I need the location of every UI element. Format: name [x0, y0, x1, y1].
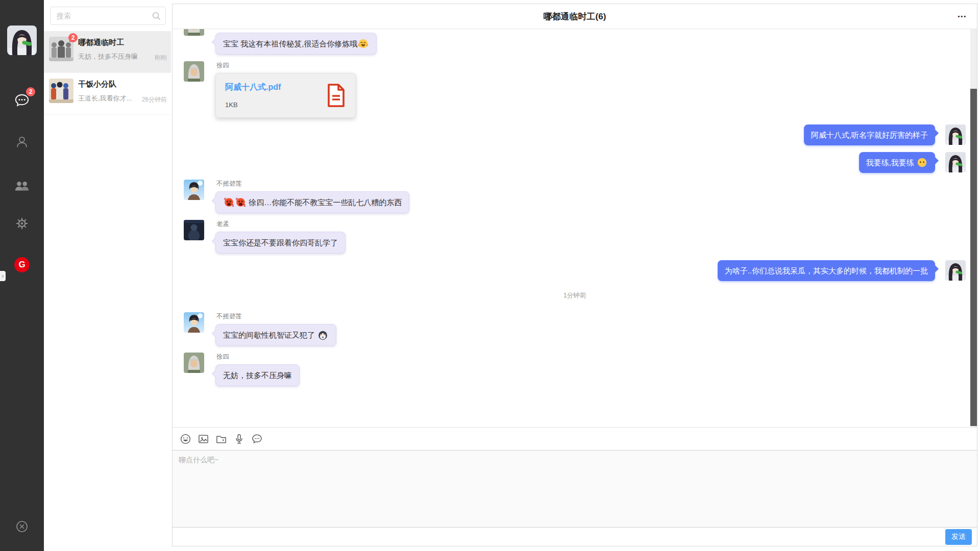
conversation-preview: 王道长,我看你才...: [78, 94, 139, 103]
more-menu-button[interactable]: •••: [955, 11, 969, 21]
message-row: 宝宝 我这有本祖传秘笈,很适合你修炼哦: [184, 29, 966, 55]
chat-history-icon[interactable]: [251, 433, 263, 445]
message-list: 宝宝 我这有本祖传秘笈,很适合你修炼哦 徐四 阿威十八式.pdf 1KB: [173, 29, 977, 427]
chats-nav-button[interactable]: 2: [14, 92, 30, 108]
conversation-preview: 无妨，技多不压身嘛: [78, 52, 139, 61]
hugging-face-emoji: [358, 38, 369, 49]
scrollbar-track[interactable]: [970, 29, 977, 427]
settings-nav-button[interactable]: [14, 215, 30, 232]
folder-icon[interactable]: [215, 433, 227, 445]
sender-name: 徐四: [216, 61, 356, 70]
file-name[interactable]: 阿威十八式.pdf: [225, 82, 318, 93]
file-attachment[interactable]: 阿威十八式.pdf 1KB: [215, 73, 356, 118]
message-row: 我要练,我要练: [184, 152, 966, 173]
message-bubble: 宝宝 我这有本祖传秘笈,很适合你修炼哦: [215, 33, 377, 55]
conversation-title: 干饭小分队: [78, 80, 139, 89]
message-bubble: 我要练,我要练: [859, 152, 935, 173]
pdf-file-icon: [326, 83, 346, 108]
avatar-buyaobilian[interactable]: [184, 312, 204, 333]
unread-badge: 2: [68, 33, 78, 42]
message-bubble: 阿威十八式,听名字就好厉害的样子: [804, 124, 935, 145]
app-window: 2: [0, 0, 980, 551]
nav-sidebar: 2: [0, 0, 44, 551]
search-row: [44, 0, 171, 31]
logout-button[interactable]: [16, 520, 28, 535]
enraged-face-emoji: [224, 197, 234, 208]
message-row: 阿威十八式,听名字就好厉害的样子: [184, 124, 966, 145]
message-bubble: 徐四…你能不能不教宝宝一些乱七八糟的东西: [215, 191, 409, 213]
close-circle-icon: [16, 525, 28, 534]
message-row: 不摇碧莲 徐四…你能不能不教宝宝一些乱七八糟的东西: [184, 180, 966, 213]
message-input[interactable]: 聊点什么吧~: [173, 450, 977, 528]
message-bubble: 宝宝你还是不要跟着你四哥乱学了: [215, 232, 346, 254]
group-icon: [14, 178, 30, 193]
emoji-picker-button[interactable]: [179, 433, 191, 445]
search-icon[interactable]: [150, 11, 165, 20]
group-avatar: 2: [49, 37, 74, 61]
time-divider: 1分钟前: [184, 291, 966, 300]
message-row: 徐四 阿威十八式.pdf 1KB: [184, 61, 966, 118]
search-input[interactable]: [51, 12, 150, 20]
input-toolbar: [173, 428, 977, 450]
contacts-nav-button[interactable]: [14, 134, 30, 150]
unread-total-badge: 2: [26, 87, 35, 96]
sender-name: 老孟: [216, 220, 346, 229]
search-box: [50, 7, 166, 25]
melting-face-emoji: [917, 157, 927, 168]
conversation-item-ganfan[interactable]: 干饭小分队 王道长,我看你才... 26分钟前: [44, 73, 171, 115]
file-size: 1KB: [225, 101, 318, 109]
conversation-time: 刚刚: [155, 54, 167, 62]
user-avatar[interactable]: [7, 26, 37, 55]
avatar-self[interactable]: [945, 260, 966, 281]
chat-panel: 哪都通临时工(6) ••• 宝宝 我这有本祖传秘笈,很适合你修炼哦 徐四: [172, 4, 977, 546]
send-row: 发送: [173, 528, 977, 546]
sender-name: 不摇碧莲: [216, 180, 409, 188]
avatar-xusi[interactable]: [184, 353, 204, 373]
chat-wrapper: 哪都通临时工(6) ••• 宝宝 我这有本祖传秘笈,很适合你修炼哦 徐四: [171, 0, 980, 551]
conversation-time: 26分钟前: [142, 95, 167, 104]
avatar-xusi[interactable]: [184, 61, 204, 82]
app-logo[interactable]: G: [14, 257, 30, 272]
enraged-face-emoji: [235, 197, 246, 208]
gear-icon: [15, 216, 29, 231]
avatar-xusi[interactable]: [184, 29, 204, 36]
avatar-buyaobilian[interactable]: [184, 180, 204, 200]
message-row: 为啥子..你们总说我呆瓜，其实大多的时候，我都机制的一批: [184, 260, 966, 281]
message-input-area: 聊点什么吧~ 发送: [173, 427, 977, 546]
conversation-item-nadutong[interactable]: 2 哪都通临时工 无妨，技多不压身嘛 刚刚: [44, 31, 171, 73]
sender-name: 徐四: [216, 353, 300, 361]
input-placeholder: 聊点什么吧~: [179, 456, 218, 464]
conversation-list-panel: 2 哪都通临时工 无妨，技多不压身嘛 刚刚 干饭小分队 王道长,我看你才... …: [44, 0, 171, 551]
avatar-self[interactable]: [945, 152, 966, 172]
message-row: 徐四 无妨，技多不压身嘛: [184, 353, 966, 386]
avatar-laomeng[interactable]: [184, 220, 204, 240]
penguin-emoji: [317, 330, 328, 340]
mic-icon[interactable]: [233, 433, 245, 445]
user-avatar-image: [7, 26, 37, 55]
person-icon: [15, 135, 29, 149]
conversation-title: 哪都通临时工: [78, 38, 139, 47]
image-icon[interactable]: [197, 433, 209, 445]
scrollbar-thumb[interactable]: [970, 89, 977, 426]
groups-nav-button[interactable]: [14, 178, 30, 194]
chat-title: 哪都通临时工(6): [544, 11, 606, 22]
avatar-self[interactable]: [945, 124, 966, 145]
message-bubble: 宝宝的间歇性机智证又犯了: [215, 324, 336, 346]
message-row: 不摇碧莲 宝宝的间歇性机智证又犯了: [184, 312, 966, 346]
sender-name: 不摇碧莲: [216, 312, 336, 321]
message-bubble: 无妨，技多不压身嘛: [215, 364, 300, 386]
send-button[interactable]: 发送: [945, 529, 972, 545]
group-avatar: [49, 79, 74, 103]
message-row: 老孟 宝宝你还是不要跟着你四哥乱学了: [184, 220, 966, 254]
collapse-chevron-icon[interactable]: ›: [0, 271, 6, 281]
message-bubble: 为啥子..你们总说我呆瓜，其实大多的时候，我都机制的一批: [718, 260, 935, 281]
chat-header: 哪都通临时工(6) •••: [173, 4, 977, 29]
